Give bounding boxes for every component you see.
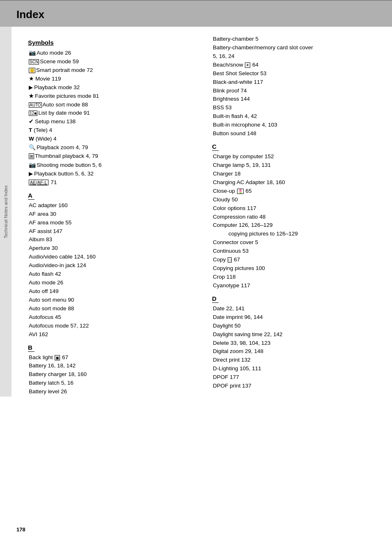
list-item: Battery 16, 18, 142: [28, 362, 196, 370]
symbols-heading: Symbols: [28, 39, 196, 46]
closeup-icon: 🌷: [237, 189, 244, 194]
list-item: DPOF print 137: [212, 382, 380, 390]
list-item: Brightness 144: [212, 95, 380, 104]
list-item: 12■List by date mode 91: [28, 109, 196, 118]
list-item: Compression ratio 48: [212, 213, 380, 222]
list-item: Copy □ 67: [212, 256, 380, 264]
list-item: Digital zoom 29, 148: [212, 347, 380, 356]
list-item: Auto sort menu 90: [28, 296, 196, 305]
list-item: DPOF 177: [212, 373, 380, 382]
list-item: Continuous 53: [212, 247, 380, 256]
camera-shooting-icon: 📷: [29, 49, 36, 56]
content-area: Technical Notes and Index Symbols 📷Auto …: [0, 27, 392, 404]
list-item: Beach/snow ☀ 64: [212, 61, 380, 69]
list-item: Cloudy 50: [212, 196, 380, 204]
list-item: Charging AC Adapter 18, 160: [212, 178, 380, 187]
list-item: ✔Setup menu 138: [28, 118, 196, 126]
list-item: Charge lamp 5, 19, 131: [212, 161, 380, 170]
list-item: Best Shot Selector 53: [212, 69, 380, 78]
list-item: Audio/video-in jack 124: [28, 261, 196, 270]
list-date-icon: 12■: [29, 111, 37, 116]
list-item: AVI 162: [28, 330, 196, 339]
list-item: ▶Playback mode 32: [28, 83, 196, 92]
list-item: Copying pictures 100: [212, 264, 380, 273]
smart-portrait-icon: 🙂: [29, 68, 35, 73]
list-item: Black-and-white 117: [212, 78, 380, 87]
list-item: Battery latch 5, 16: [28, 379, 196, 388]
zoom-icon: 🔍: [29, 144, 36, 150]
list-item: Crop 118: [212, 273, 380, 282]
list-item: Aperture 30: [28, 244, 196, 253]
list-item: Cyanotype 117: [212, 282, 380, 290]
list-item: AUTOAuto sort mode 88: [28, 101, 196, 109]
playback-btn-icon: ▶: [29, 171, 33, 177]
list-item: Auto flash 42: [28, 270, 196, 279]
list-item: D-Lighting 105, 111: [212, 365, 380, 373]
setup-icon: ✔: [29, 118, 34, 125]
auto-sort-icon: AUTO: [29, 102, 42, 108]
list-item: Built-in microphone 4, 103: [212, 121, 380, 129]
list-item: 5, 16, 24: [212, 52, 380, 61]
list-item: AE/AF-L 71: [28, 178, 196, 187]
list-item: Date 22, 141: [212, 305, 380, 313]
page-number: 178: [16, 526, 25, 533]
list-item: Auto sort mode 88: [28, 305, 196, 313]
letter-c-heading: C: [212, 143, 219, 151]
main-content: Symbols 📷Auto mode 26 SCNScene mode 59 🙂…: [12, 27, 392, 404]
shooting-mode-icon: 📷: [29, 162, 36, 168]
letter-a-heading: A: [28, 192, 35, 200]
favorite-icon: ★: [29, 93, 34, 99]
letter-d-heading: D: [212, 295, 219, 303]
list-item: Audio/video cable 124, 160: [28, 253, 196, 261]
list-item: AF area mode 55: [28, 219, 196, 227]
list-item: Auto off 149: [28, 287, 196, 296]
list-item: Daylight saving time 22, 142: [212, 330, 380, 339]
list-item: Connector cover 5: [212, 238, 380, 247]
page-container: Index Technical Notes and Index Symbols …: [0, 0, 392, 404]
list-item: Charge by computer 152: [212, 152, 380, 161]
list-item: Date imprint 96, 144: [212, 313, 380, 322]
list-item: 🔍Playback zoom 4, 79: [28, 143, 196, 152]
list-item: Daylight 50: [212, 322, 380, 330]
list-item: Computer 126, 126–129: [212, 221, 380, 230]
list-item: Auto mode 26: [28, 279, 196, 287]
list-item: Autofocus mode 57, 122: [28, 322, 196, 330]
list-item: W (Wide) 4: [28, 135, 196, 143]
list-item: Button sound 148: [212, 129, 380, 138]
list-item: Autofocus 45: [28, 313, 196, 322]
list-item: ★Movie 119: [28, 75, 196, 83]
list-item: copying pictures to 126–129: [212, 230, 380, 238]
list-item: Color options 117: [212, 204, 380, 213]
list-item: Battery-chamber/memory card slot cover: [212, 44, 380, 52]
thumbnail-icon: ⊞: [29, 153, 34, 159]
page-title: Index: [16, 8, 44, 21]
page-header: Index: [0, 0, 392, 27]
list-item: AC adapter 160: [28, 201, 196, 210]
scene-icon: SCN: [29, 59, 39, 65]
list-item: 📷Auto mode 26: [28, 48, 196, 58]
list-item: Battery level 26: [28, 388, 196, 396]
beach-icon: ☀: [245, 62, 250, 68]
sidebar-label: Technical Notes and Index: [0, 27, 12, 397]
list-item: 📷Shooting mode button 5, 6: [28, 161, 196, 170]
left-column: Symbols 📷Auto mode 26 SCNScene mode 59 🙂…: [28, 35, 208, 396]
list-item: T (Tele) 4: [28, 126, 196, 135]
list-item: Built-in flash 4, 42: [212, 112, 380, 121]
list-item: ⊞Thumbnail playback 4, 79: [28, 152, 196, 161]
list-item: ★Favorite pictures mode 81: [28, 92, 196, 101]
list-item: Close-up 🌷 65: [212, 187, 380, 196]
movie-icon: ★: [29, 76, 34, 82]
ae-afl-icon: AE/AF-L: [29, 180, 48, 185]
list-item: Direct print 132: [212, 356, 380, 365]
list-item: Blink proof 74: [212, 87, 380, 95]
list-item: AF assist 147: [28, 227, 196, 236]
list-item: AF area 30: [28, 210, 196, 219]
list-item: SCNScene mode 59: [28, 58, 196, 66]
list-item: ▶Playback button 5, 6, 32: [28, 170, 196, 178]
backlight-icon: ▣: [55, 355, 60, 360]
wide-label: W: [29, 136, 34, 142]
letter-b-heading: B: [28, 344, 35, 352]
list-item: Back light ▣ 67: [28, 353, 196, 362]
playback-icon: ▶: [29, 84, 33, 90]
tele-label: T: [29, 127, 32, 133]
